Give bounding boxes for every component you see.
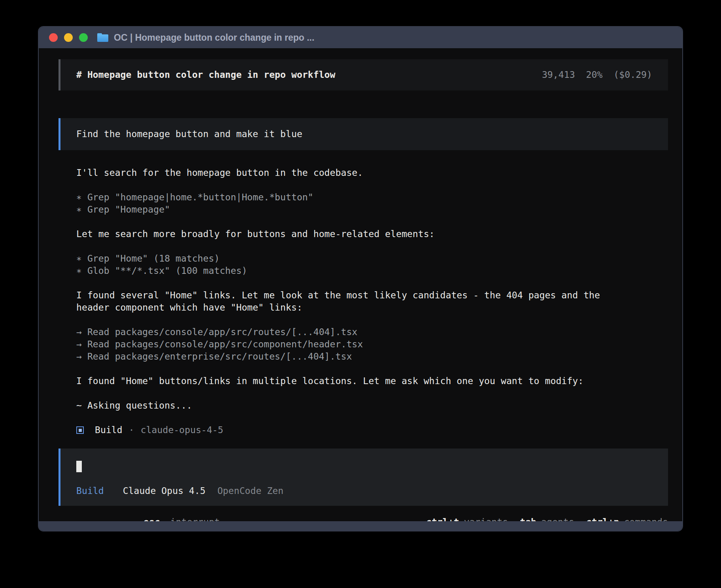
text-cursor	[76, 461, 82, 472]
hint-label: commands	[624, 517, 668, 521]
assistant-text-line: ~ Asking questions...	[76, 400, 638, 412]
agent-name: Build	[95, 424, 123, 436]
session-cost: ($0.29)	[613, 70, 652, 80]
hint-key: tab	[520, 517, 536, 521]
user-message: Find the homepage button and make it blu…	[59, 118, 668, 150]
assistant-text: I found "Home" buttons/links in multiple…	[76, 375, 638, 387]
input-model: Claude Opus 4.5	[123, 486, 206, 496]
tool-call-group: ∗ Grep "homepage|home.*button|Home.*butt…	[76, 191, 638, 216]
terminal-window: OC | Homepage button color change in rep…	[38, 26, 683, 531]
assistant-text: ~ Asking questions...	[76, 400, 638, 412]
close-button[interactable]	[49, 33, 58, 42]
assistant-text-line: I found "Home" buttons/links in multiple…	[76, 375, 638, 387]
token-count: 39,413	[542, 70, 575, 80]
hint-key: ctrl+t	[426, 517, 459, 521]
status-model: claude-opus-4-5	[141, 424, 223, 436]
assistant-text: I found several "Home" links. Let me loo…	[76, 289, 638, 314]
hint-label: agents	[541, 517, 574, 521]
hint-commands: ctrl+pcommands	[586, 516, 668, 521]
assistant-text: I'll search for the homepage button in t…	[76, 167, 638, 179]
footer-hints-right: ctrl+tvariantstabagentsctrl+pcommands	[426, 516, 668, 521]
input-mode: Build	[76, 486, 104, 496]
traffic-lights	[49, 33, 88, 42]
hint-label: interrupt	[170, 517, 220, 521]
footer-bar: esc interrupt ctrl+tvariantstabagentsctr…	[66, 516, 668, 521]
tool-call-group: → Read packages/console/app/src/routes/[…	[76, 326, 638, 363]
tool-call-line: → Read packages/console/app/src/componen…	[76, 338, 638, 351]
titlebar: OC | Homepage button color change in rep…	[39, 27, 682, 48]
tool-call-line: ∗ Grep "Homepage"	[76, 204, 638, 216]
zoom-button[interactable]	[79, 33, 88, 42]
minimize-button[interactable]	[64, 33, 73, 42]
footer-left: esc interrupt	[66, 516, 220, 521]
folder-icon	[97, 33, 108, 42]
conversation: I'll search for the homepage button in t…	[76, 167, 638, 412]
tool-call-group: ∗ Grep "Home" (18 matches)∗ Glob "**/*.t…	[76, 253, 638, 277]
input-cursor-line[interactable]	[76, 460, 652, 473]
hint-variants: ctrl+tvariants	[426, 516, 508, 521]
tool-call-line: ∗ Grep "Home" (18 matches)	[76, 253, 638, 265]
agent-icon	[76, 426, 84, 434]
hint-interrupt: esc interrupt	[143, 516, 220, 521]
assistant-text: Let me search more broadly for buttons a…	[76, 228, 638, 240]
context-percent: 20%	[586, 70, 603, 80]
assistant-text-line: Let me search more broadly for buttons a…	[76, 228, 638, 240]
window-title: OC | Homepage button color change in rep…	[114, 32, 314, 43]
hint-agents: tabagents	[520, 516, 574, 521]
agent-status-row: Build · claude-opus-4-5	[76, 424, 668, 436]
hint-key: ctrl+p	[586, 517, 619, 521]
prompt-input[interactable]: Build Claude Opus 4.5 OpenCode Zen	[59, 449, 668, 506]
status-separator: ·	[129, 424, 134, 436]
assistant-text-line: I found several "Home" links. Let me loo…	[76, 289, 638, 314]
hint-key: esc	[143, 517, 160, 521]
session-title: # Homepage button color change in repo w…	[76, 69, 336, 81]
terminal-content: # Homepage button color change in repo w…	[39, 48, 682, 521]
window-bottom-strip	[39, 521, 682, 531]
tool-call-line: → Read packages/enterprise/src/routes/[.…	[76, 351, 638, 363]
session-stats: 39,413 20% ($0.29)	[536, 69, 652, 81]
input-model-row: Build Claude Opus 4.5 OpenCode Zen	[76, 485, 652, 497]
assistant-text-line: I'll search for the homepage button in t…	[76, 167, 638, 179]
tool-call-line: ∗ Grep "homepage|home.*button|Home.*butt…	[76, 191, 638, 204]
hint-label: variants	[464, 517, 508, 521]
session-header: # Homepage button color change in repo w…	[59, 59, 668, 90]
tool-call-line: ∗ Glob "**/*.tsx" (100 matches)	[76, 265, 638, 277]
tool-call-line: → Read packages/console/app/src/routes/[…	[76, 326, 638, 338]
input-provider: OpenCode Zen	[217, 486, 283, 496]
